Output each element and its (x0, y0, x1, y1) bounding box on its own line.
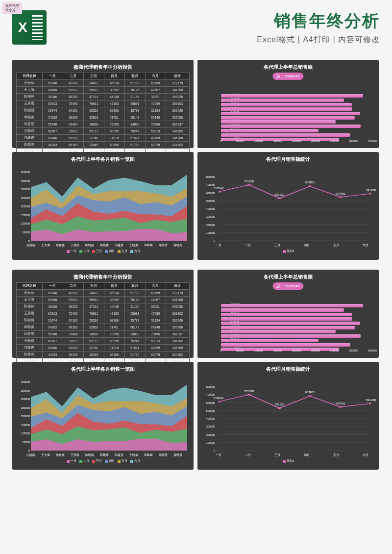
bar-sum-badge: 总：3699645 (272, 73, 303, 80)
line-point (369, 193, 371, 194)
legend-item: 一月 (66, 250, 76, 252)
legend-item: 一月 (66, 459, 76, 462)
line-data-label: 701878 (244, 390, 254, 393)
line-y-tick: 200000 (201, 224, 215, 227)
legend-item: 二月 (78, 250, 89, 252)
area-y-tick: 300000 (16, 398, 30, 401)
line-y-tick: 100000 (201, 441, 215, 444)
line-point (369, 403, 371, 404)
table-header: 三月 (83, 73, 104, 80)
area-y-tick: 200000 (16, 415, 30, 418)
table-row: 陈佳佳383465828347181440483115639021258035 (17, 303, 190, 310)
line-data-label: 591220 (366, 189, 376, 192)
legend-item: 系列1 (282, 250, 294, 252)
table-row: 陈晓丽509746719650336678063579331324303429 (17, 107, 190, 114)
area-y-tick: 50000 (16, 441, 30, 444)
table-row: 陈晓丽509746719650336678063579331324303429 (17, 317, 190, 324)
line-point (278, 407, 281, 409)
line-data-label: 532529 (274, 193, 284, 196)
table-title: 微商代理销售年中分析报告 (16, 64, 190, 71)
line-data-label: 591220 (366, 399, 376, 402)
area-x-tick: 邓峰峰 (144, 453, 153, 457)
bar-rect (221, 313, 352, 316)
table-header: 一月 (42, 73, 63, 80)
area-x-tick: 邓峰峰 (144, 244, 153, 247)
legend-item: 三月 (91, 250, 102, 252)
line-data-label: 547681 (336, 192, 345, 195)
bar-rect (221, 116, 355, 120)
bar-x-tick: 150000 (273, 349, 282, 352)
area-title: 各代理上半年各月销售一览图 (16, 366, 190, 373)
subtitle: Excel格式 | A4打印 | 内容可修改 (54, 35, 380, 45)
area-legend: 一月二月三月四月五月六月 (16, 459, 190, 463)
table-row: 邱盈慧557407948438999786953496379456367337 (17, 121, 190, 128)
area-y-tick: 50000 (16, 231, 30, 234)
line-data-label: 547681 (336, 402, 345, 405)
bar-rect (221, 326, 355, 329)
line-y-tick: 500000 (201, 200, 215, 202)
table-header: 四月 (104, 283, 124, 290)
area-x-tick: 王晓成 (129, 244, 138, 247)
area-x-tick: 陈蓉蓉 (159, 453, 168, 457)
excel-x-letter: X (18, 20, 27, 35)
area-x-tick: 陈佳佳 (56, 244, 65, 247)
area-y-tick: 150000 (16, 424, 30, 427)
line-y-tick: 300000 (201, 425, 215, 428)
bar-x-tick: 400000 (368, 349, 377, 352)
area-x-tick: 王晓成 (129, 453, 138, 457)
line-y-tick: 600000 (201, 402, 215, 404)
table-header: 三月 (83, 283, 104, 290)
line-data-label: 683881 (305, 181, 315, 184)
line-legend: 系列1 (201, 250, 375, 253)
table-header: 总计 (166, 73, 189, 80)
bar-rect (221, 103, 352, 106)
line-plot: 0100000200000300000400000500000600000700… (201, 165, 375, 253)
line-y-tick: 700000 (201, 393, 215, 396)
bar-title: 各代理上半年总销售额 (201, 64, 375, 71)
area-y-tick: 250000 (16, 406, 30, 409)
table-header: 二月 (63, 283, 83, 290)
data-table-panel: 微商代理销售年中分析报告代理名称一月二月三月四月五月六月总计占丽丽5304042… (12, 60, 194, 148)
table-header: 总计 (166, 283, 189, 290)
table-header: 六月 (145, 283, 166, 290)
bar-rect (221, 334, 361, 338)
sheet-1: 微商代理销售年中分析报告代理名称一月二月三月四月五月六月总计占丽丽5304042… (12, 60, 380, 260)
bar-x-tick: 250000 (311, 349, 320, 352)
line-y-tick: 600000 (201, 192, 215, 195)
bar-x-tick: 100000 (254, 139, 263, 142)
line-data-label: 532529 (274, 403, 284, 406)
legend-item: 系列1 (282, 459, 294, 462)
area-legend: 一月二月三月四月五月六月 (16, 250, 190, 253)
bar-x-tick: 50000 (236, 349, 244, 352)
area-y-tick: 100000 (16, 432, 30, 435)
bar-x-tick: 100000 (254, 349, 263, 352)
table-row: 王晓成689073361252111586957524458313346882 (17, 128, 190, 135)
legend-item: 五月 (117, 459, 127, 462)
area-x-tick: 陈佳佳 (56, 453, 65, 457)
line-point (278, 198, 281, 199)
line-y-tick: 400000 (201, 207, 215, 210)
bar-rect (221, 107, 352, 111)
header: X 销售年终分析 Excel格式 | A4打印 | 内容可修改 (0, 0, 392, 52)
line-y-tick: 400000 (201, 417, 215, 420)
line-x-tick: 五月 (333, 453, 339, 457)
bar-x-tick: 50000 (236, 139, 244, 142)
area-x-tick: 陈晓丽 (85, 453, 94, 457)
area-y-tick: 350000 (16, 179, 30, 182)
bar-rect (221, 317, 352, 321)
table-header: 四月 (104, 73, 124, 80)
line-point (339, 406, 342, 407)
table-header: 六月 (145, 73, 166, 80)
bar-rect (221, 112, 360, 115)
area-x-tick: 蒋晓蕾 (100, 244, 109, 247)
area-y-tick: 350000 (16, 389, 30, 392)
line-y-tick: 800000 (201, 176, 215, 178)
area-y-tick: 0 (16, 239, 30, 242)
area-y-tick: 400000 (16, 171, 30, 174)
area-x-tick: 蒋晓蕾 (100, 453, 109, 457)
area-title: 各代理上半年各月销售一览图 (16, 156, 190, 163)
bar-chart-panel: 各代理上半年总销售额总：3699645黄晓芳陈蓉蓉邓峰峰王晓成邱盈慧蒋晓蕾陈晓丽… (197, 60, 379, 148)
line-x-tick: 六月 (363, 244, 368, 247)
table-header: 五月 (124, 283, 145, 290)
bar-rect (221, 322, 360, 325)
